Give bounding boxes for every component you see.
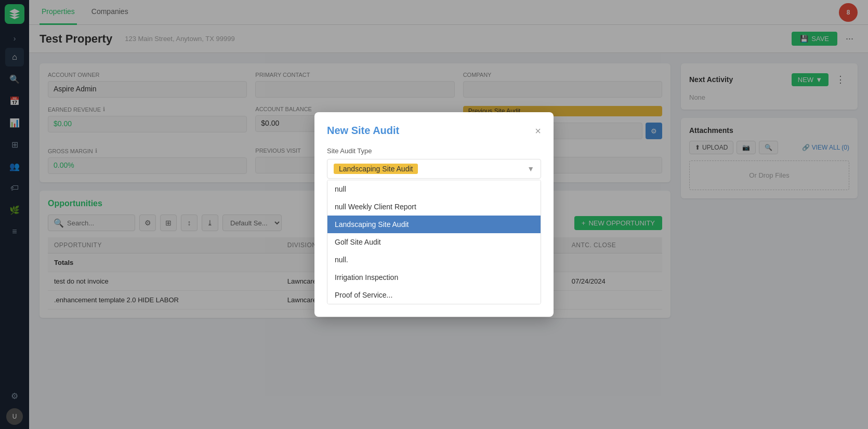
dropdown-list: null null Weekly Client Report Landscapi… bbox=[327, 180, 541, 304]
dropdown-item-null1[interactable]: null bbox=[327, 180, 541, 198]
modal-header: New Site Audit × bbox=[327, 125, 541, 137]
dropdown-item-golf[interactable]: Golf Site Audit bbox=[327, 233, 541, 251]
dropdown-item-proof[interactable]: Proof of Service... bbox=[327, 286, 541, 304]
dropdown-item-landscaping[interactable]: Landscaping Site Audit bbox=[327, 216, 541, 233]
modal-close-button[interactable]: × bbox=[535, 126, 541, 136]
modal-field-label: Site Audit Type bbox=[327, 147, 541, 155]
dropdown-item-null-weekly[interactable]: null Weekly Client Report bbox=[327, 198, 541, 216]
selected-value: Landscaping Site Audit bbox=[334, 164, 418, 174]
modal-title: New Site Audit bbox=[327, 125, 399, 137]
dropdown-item-null2[interactable]: null. bbox=[327, 251, 541, 269]
modal-overlay[interactable]: New Site Audit × Site Audit Type Landsca… bbox=[0, 0, 868, 429]
dropdown-item-irrigation[interactable]: Irrigation Inspection bbox=[327, 269, 541, 286]
new-site-audit-modal: New Site Audit × Site Audit Type Landsca… bbox=[314, 112, 554, 317]
modal-select-trigger[interactable]: Landscaping Site Audit ▼ bbox=[327, 159, 541, 179]
dropdown-arrow-icon: ▼ bbox=[527, 165, 534, 173]
